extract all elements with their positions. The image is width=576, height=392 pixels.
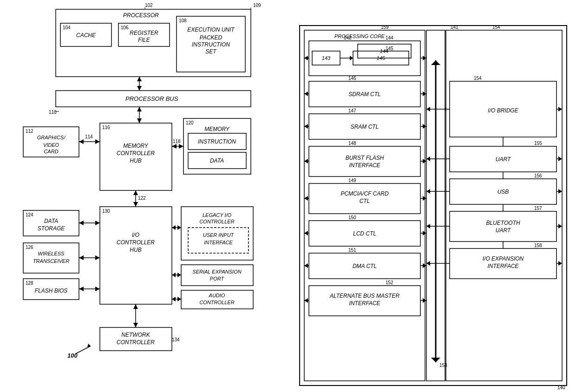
- svg-marker-27: [137, 118, 142, 123]
- svg-text:148: 148: [348, 141, 356, 146]
- svg-text:116: 116: [102, 125, 110, 130]
- svg-marker-43: [172, 144, 177, 149]
- svg-marker-102: [177, 297, 181, 301]
- svg-marker-164: [423, 159, 426, 163]
- svg-text:UART: UART: [496, 156, 511, 163]
- svg-marker-124: [431, 60, 440, 65]
- svg-text:104: 104: [63, 25, 71, 30]
- svg-text:MEMORY: MEMORY: [204, 126, 230, 132]
- svg-marker-52: [79, 139, 84, 144]
- svg-line-112: [75, 346, 91, 354]
- svg-text:I/O EXPANSION: I/O EXPANSION: [483, 255, 524, 262]
- svg-text:CONTROLLER: CONTROLLER: [117, 150, 155, 157]
- svg-text:122: 122: [138, 196, 146, 201]
- svg-marker-211: [558, 157, 562, 161]
- svg-text:CONTROLLER: CONTROLLER: [117, 339, 155, 346]
- svg-text:158: 158: [534, 243, 542, 248]
- svg-rect-116: [304, 30, 425, 381]
- svg-text:126: 126: [26, 245, 33, 250]
- diagram-svg: 102 109 PROCESSOR 104 CACHE 106 REGISTER…: [0, 0, 576, 392]
- svg-marker-194: [423, 298, 426, 303]
- svg-text:149: 149: [348, 178, 356, 183]
- svg-marker-162: [304, 159, 308, 163]
- svg-text:141: 141: [451, 25, 458, 30]
- svg-text:GRAPHICS/: GRAPHICS/: [37, 135, 65, 140]
- svg-marker-55: [133, 202, 138, 207]
- svg-text:PORT: PORT: [210, 276, 225, 281]
- svg-rect-58: [100, 207, 172, 304]
- svg-text:MEMORY: MEMORY: [123, 143, 149, 149]
- svg-marker-106: [133, 304, 138, 309]
- svg-marker-217: [426, 189, 430, 194]
- svg-marker-226: [426, 224, 430, 229]
- svg-marker-149: [423, 91, 426, 96]
- svg-marker-97: [172, 273, 176, 277]
- svg-marker-154: [304, 124, 308, 129]
- svg-text:LCD CTL: LCD CTL: [353, 230, 376, 237]
- svg-marker-170: [304, 196, 308, 201]
- svg-marker-219: [558, 189, 562, 194]
- svg-rect-220: [450, 211, 556, 242]
- svg-text:114: 114: [85, 134, 93, 139]
- svg-text:FILE: FILE: [138, 37, 150, 43]
- svg-text:156: 156: [534, 173, 542, 178]
- svg-text:108: 108: [179, 18, 187, 23]
- svg-marker-82: [79, 287, 84, 291]
- svg-marker-90: [177, 225, 181, 230]
- svg-text:PCMCIA/CF CARD: PCMCIA/CF CARD: [340, 190, 388, 197]
- svg-text:PROCESSOR: PROCESSOR: [123, 12, 159, 19]
- svg-text:HUB: HUB: [130, 157, 141, 164]
- svg-text:SDRAM CTL: SDRAM CTL: [348, 91, 380, 98]
- svg-marker-177: [304, 231, 308, 235]
- svg-text:SRAM CTL: SRAM CTL: [351, 124, 379, 130]
- svg-text:120: 120: [186, 120, 194, 125]
- svg-text:146: 146: [348, 76, 356, 81]
- svg-text:ALTERNATE BUS MASTER: ALTERNATE BUS MASTER: [329, 293, 400, 299]
- svg-marker-81: [95, 287, 100, 291]
- svg-text:154: 154: [474, 76, 482, 81]
- svg-marker-172: [423, 196, 426, 201]
- svg-text:152: 152: [386, 280, 393, 285]
- svg-text:134: 134: [172, 337, 180, 342]
- svg-rect-118: [446, 30, 562, 381]
- svg-text:SERIAL EXPANSION: SERIAL EXPANSION: [192, 269, 241, 274]
- svg-text:109: 109: [253, 3, 261, 8]
- svg-text:159: 159: [381, 25, 389, 30]
- svg-text:TRANSCEIVER: TRANSCEIVER: [33, 258, 69, 264]
- svg-marker-42: [179, 144, 183, 149]
- svg-marker-235: [426, 261, 430, 266]
- svg-text:INTERFACE: INTERFACE: [349, 300, 380, 307]
- svg-marker-156: [423, 124, 426, 129]
- svg-marker-237: [558, 261, 562, 266]
- svg-text:INSTRUCTION: INSTRUCTION: [192, 41, 230, 48]
- svg-marker-96: [177, 273, 181, 277]
- svg-text:112: 112: [26, 129, 33, 134]
- svg-text:CARD: CARD: [44, 149, 58, 154]
- svg-marker-184: [304, 263, 308, 268]
- svg-text:118: 118: [173, 139, 181, 144]
- svg-text:153: 153: [439, 363, 447, 368]
- svg-text:HUB: HUB: [130, 247, 141, 253]
- svg-text:PROCESSING CORE: PROCESSING CORE: [334, 33, 385, 39]
- svg-text:AUDIO: AUDIO: [209, 293, 225, 298]
- svg-text:UART: UART: [496, 227, 511, 234]
- svg-text:147: 147: [348, 108, 356, 113]
- svg-text:145: 145: [377, 55, 386, 61]
- svg-marker-51: [95, 139, 100, 144]
- svg-text:INTERFACE: INTERFACE: [349, 162, 380, 169]
- svg-text:BLUETOOTH: BLUETOOTH: [486, 220, 520, 226]
- svg-marker-105: [133, 323, 138, 327]
- svg-text:CONTROLLER: CONTROLLER: [199, 300, 234, 305]
- svg-marker-68: [95, 221, 100, 225]
- svg-text:128: 128: [26, 281, 33, 286]
- svg-text:NETWORK: NETWORK: [121, 332, 150, 338]
- svg-text:151: 151: [348, 248, 356, 253]
- svg-marker-179: [423, 231, 426, 235]
- svg-text:142: 142: [344, 35, 352, 40]
- svg-marker-69: [79, 221, 84, 225]
- svg-text:110: 110: [49, 110, 57, 115]
- svg-text:VIDEO: VIDEO: [43, 142, 59, 148]
- svg-marker-186: [423, 263, 426, 268]
- svg-text:EXECUTION UNIT: EXECUTION UNIT: [187, 26, 235, 33]
- svg-text:BURST FLASH: BURST FLASH: [346, 155, 384, 161]
